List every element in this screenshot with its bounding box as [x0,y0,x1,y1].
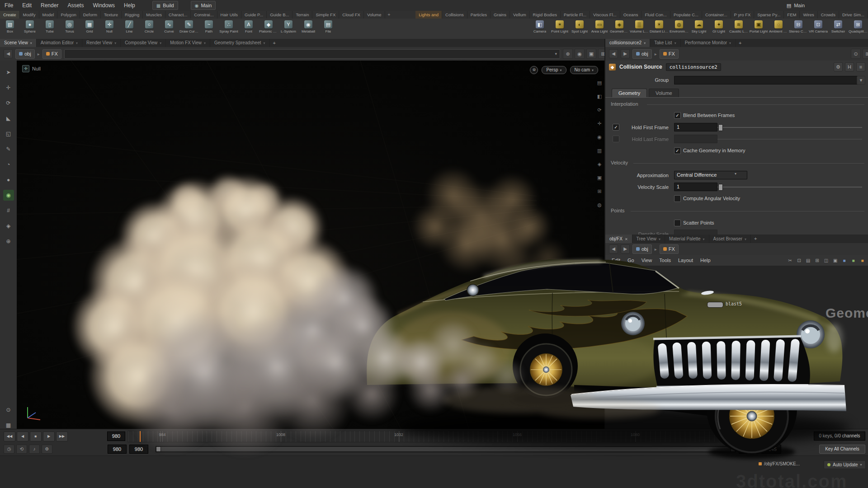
playhead-marker[interactable] [140,431,141,442]
pane-tab[interactable]: obj/FX [605,235,632,243]
toolbar-tool-icon[interactable]: ● [3,174,14,185]
network-menu-item[interactable]: Layout [675,255,697,266]
transport-button[interactable]: ▶ [43,432,55,441]
shelf-tab[interactable]: Volume [364,11,385,19]
menu-item[interactable]: Render [36,0,63,11]
shelf-tool[interactable]: ◈ Geometry Light [609,19,629,39]
shelf-tab[interactable]: Viscous Fl... [590,11,620,19]
menu-item[interactable]: Assets [63,0,88,11]
transport-button[interactable]: ◀◀ [4,432,15,441]
network-toolbar-icon[interactable]: ✂ [786,257,794,264]
pathbar-icon[interactable]: ▣ [586,49,596,59]
add-pane-tab-button[interactable]: + [736,39,745,47]
breadcrumb-fx[interactable]: FX [660,244,679,254]
shelf-tool[interactable]: ◧ Camera [530,19,550,39]
pane-tab[interactable]: Render View [82,39,121,47]
menu-item[interactable]: File [0,0,18,11]
shelf-tool[interactable]: ◍ Environment Light [669,19,689,39]
shelf-tab[interactable]: Muscles [143,11,165,19]
shelf-tool[interactable]: ◆ Platonic Solids [259,19,278,39]
shelf-tool[interactable]: ⊟ Stereo Camera [788,19,808,39]
shelf-tool[interactable]: ✦ GI Light [709,19,729,39]
transport-button[interactable]: ■ [30,432,42,441]
shelf-tool[interactable]: A Font [239,19,259,39]
shelf-tool[interactable]: ⇄ Switcher [828,19,848,39]
toolbar-tool-icon[interactable]: ✛ [3,82,14,93]
timeline-ruler[interactable]: 984 1008 1032 1056 1080 [127,431,722,442]
shelf-tab[interactable]: Guide B... [267,11,292,19]
range-end-field[interactable]: 1145 [739,445,759,454]
shelf-tool[interactable]: ▯ Tube [40,19,60,39]
current-frame-field[interactable]: 980 [107,432,125,441]
menu-item[interactable]: Help [119,0,140,11]
back-icon[interactable]: ◀ [609,49,618,58]
shelf-tab[interactable]: Constrai... [191,11,217,19]
viewport-display-icon[interactable]: ▣ [595,174,604,182]
pane-tab[interactable]: Performance Monitor [681,39,736,47]
scene-selector[interactable]: ◉ Main [191,1,216,10]
viewport-display-icon[interactable]: ◧ [595,92,604,100]
menu-item[interactable]: Edit [18,0,36,11]
shelf-tool[interactable]: ☁ Sky Light [689,19,709,39]
shelf-tab[interactable]: Terrain [292,11,312,19]
shelf-tab[interactable]: Populate C... [670,11,702,19]
network-toolbar-icon[interactable]: ▣ [831,257,839,264]
network-toolbar-icon[interactable]: ■ [859,257,866,264]
toolbar-tool-icon[interactable]: ◣ [3,113,14,124]
shelf-tab[interactable]: Sparse Py... [754,11,784,19]
shelf-tool[interactable]: ≋ Caustic Light [729,19,749,39]
network-toolbar-icon[interactable]: ⊞ [813,257,821,264]
range-handle-left[interactable] [156,446,161,452]
range-end-field2[interactable]: 1145 [761,445,781,454]
toolbar-tool-icon[interactable]: ◱ [3,128,14,139]
slider-handle[interactable] [718,124,723,131]
viewport-display-icon[interactable]: ◉ [595,133,604,141]
shelf-tool[interactable]: ▧ Box [0,19,20,39]
hold-last-frame-field[interactable] [674,135,717,143]
shelf-tab[interactable]: Charact... [165,11,191,19]
toolbar-tool-icon[interactable]: ⟳ [3,98,14,108]
pane-tab[interactable]: Motion FX View [166,39,210,47]
shelf-tab[interactable]: Vellum [510,11,530,19]
param-header-icon[interactable]: ≡ [856,62,865,71]
network-menu-item[interactable]: Go [624,255,638,266]
path-combo-field[interactable]: ▾ [64,49,560,59]
viewport-display-icon[interactable]: ▥ [595,146,604,155]
toolbar-tool-icon[interactable]: ◈ [3,221,14,231]
shelf-tool[interactable]: ☀ Distant Light [649,19,669,39]
pane-tab[interactable]: Scene View [0,39,37,47]
shelf-tab[interactable]: Create [0,11,20,19]
breadcrumb-obj[interactable]: obj [632,49,652,59]
camera-lock-icon[interactable]: ⊚ [530,66,538,74]
add-shelf-tab-button[interactable]: + [385,11,393,19]
pane-tab[interactable]: collisionsource2 [605,39,650,47]
pane-tab[interactable]: Composite View [121,39,166,47]
shelf-tab[interactable]: Oceans [620,11,642,19]
shelf-tab[interactable]: Model [39,11,58,19]
pathbar-icon[interactable]: ◉ [575,49,585,59]
playback-toggle[interactable]: ◷ [4,445,14,454]
network-menu-item[interactable]: Tools [656,255,675,266]
shelf-tab[interactable]: Fluid Con... [642,11,670,19]
shelf-tab[interactable]: Modify [20,11,39,19]
shelf-tool[interactable]: ● Sphere [20,19,40,39]
shelf-tab[interactable]: Container... [702,11,731,19]
main-menu-right[interactable]: ▤ Main [787,3,805,9]
shelf-tool[interactable]: ▤ File [318,19,338,39]
shelf-tab[interactable]: Collisions [442,11,467,19]
network-toolbar-icon[interactable]: ▤ [804,257,812,264]
scatter-points-checkbox[interactable] [674,220,681,226]
viewport-display-icon[interactable]: ✛ [595,119,604,127]
back-icon[interactable]: ◀ [609,244,618,253]
scene-viewport[interactable]: ✛ Null ⊚ Persp▾ No cam▾ ▤◧⟳✛◉▥◈▣⊞◍ [17,61,604,429]
pathbar-icon[interactable]: ⊞ [863,49,868,59]
shelf-tab[interactable]: Particles [467,11,491,19]
hold-first-frame-field[interactable]: 1 [674,123,717,131]
pane-tab[interactable]: Geometry Spreadsheet [210,39,269,47]
toolbar-tool-icon[interactable]: ⊙ [3,404,14,415]
range-handle-right[interactable] [731,446,736,452]
pane-tab[interactable]: Tree View [632,235,665,243]
shelf-tool[interactable]: ∿ Curve [159,19,179,39]
shelf-tool[interactable]: ✎ Draw Curve [179,19,199,39]
shelf-tab[interactable]: Wires [800,11,817,19]
